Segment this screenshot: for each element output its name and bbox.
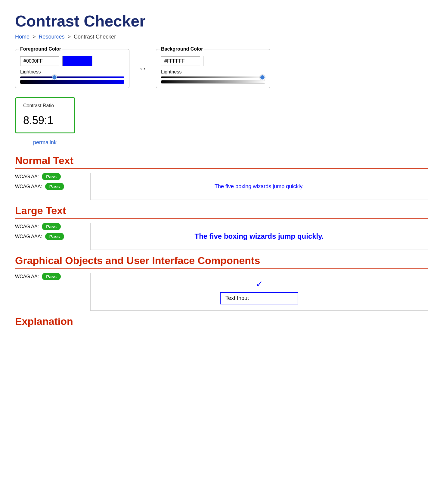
graphical-wcag-labels: WCAG AA: Pass bbox=[15, 273, 81, 280]
checkmark-icon: ✓ bbox=[256, 279, 263, 289]
background-input-row bbox=[161, 56, 265, 66]
breadcrumb-current: Contrast Checker bbox=[74, 34, 116, 40]
contrast-ratio-separator: :1 bbox=[44, 114, 53, 126]
large-wcag-aaa-label: WCAG AAA: bbox=[15, 234, 42, 239]
page-title: Contrast Checker bbox=[15, 12, 428, 30]
color-pickers-row: Foreground Color Lightness ↔ Background … bbox=[15, 49, 428, 88]
normal-text-preview-box: The five boxing wizards jump quickly. bbox=[90, 173, 428, 200]
contrast-ratio-label: Contrast Ratio bbox=[23, 103, 67, 108]
breadcrumb: Home > Resources > Contrast Checker bbox=[15, 34, 428, 40]
text-input-preview[interactable] bbox=[220, 292, 298, 304]
graphical-wcag-aa-row: WCAG AA: Pass bbox=[15, 273, 81, 280]
graphical-preview-box: ✓ bbox=[90, 273, 428, 311]
large-wcag-aaa-badge: Pass bbox=[45, 233, 64, 240]
foreground-lightness-slider[interactable] bbox=[20, 76, 124, 78]
large-wcag-aa-row: WCAG AA: Pass bbox=[15, 223, 81, 230]
background-slider-container bbox=[161, 76, 265, 84]
breadcrumb-home[interactable]: Home bbox=[15, 34, 29, 40]
large-text-wcag-row: WCAG AA: Pass WCAG AAA: Pass The five bo… bbox=[15, 223, 428, 250]
normal-text-wcag-row: WCAG AA: Pass WCAG AAA: Pass The five bo… bbox=[15, 173, 428, 200]
explanation-heading: Explanation bbox=[15, 316, 428, 327]
breadcrumb-resources[interactable]: Resources bbox=[39, 34, 65, 40]
background-lightness-slider[interactable] bbox=[161, 76, 265, 78]
foreground-color-gradient bbox=[20, 80, 124, 84]
large-text-heading: Large Text bbox=[15, 205, 428, 216]
normal-text-wcag-labels: WCAG AA: Pass WCAG AAA: Pass bbox=[15, 173, 81, 190]
normal-wcag-aa-label: WCAG AA: bbox=[15, 174, 39, 179]
background-swatch[interactable] bbox=[203, 56, 233, 66]
graphical-heading: Graphical Objects and User Interface Com… bbox=[15, 255, 428, 266]
contrast-ratio-box: Contrast Ratio 8.59:1 bbox=[15, 97, 75, 133]
foreground-color-box: Foreground Color Lightness bbox=[15, 49, 129, 88]
background-hex-input[interactable] bbox=[161, 56, 200, 66]
large-wcag-aa-label: WCAG AA: bbox=[15, 224, 39, 229]
graphical-wcag-aa-badge: Pass bbox=[42, 273, 61, 280]
normal-wcag-aa-badge: Pass bbox=[42, 173, 61, 180]
large-text-preview: The five boxing wizards jump quickly. bbox=[195, 232, 324, 241]
normal-wcag-aaa-badge: Pass bbox=[45, 183, 64, 190]
normal-text-heading: Normal Text bbox=[15, 155, 428, 166]
background-color-gradient bbox=[161, 80, 265, 84]
normal-text-divider bbox=[15, 168, 428, 169]
foreground-swatch[interactable] bbox=[62, 56, 92, 66]
normal-wcag-aaa-row: WCAG AAA: Pass bbox=[15, 183, 81, 190]
background-lightness-label: Lightness bbox=[161, 69, 265, 75]
contrast-ratio-number: 8.59 bbox=[23, 114, 44, 126]
large-wcag-aa-badge: Pass bbox=[42, 223, 61, 230]
graphical-wcag-row: WCAG AA: Pass ✓ bbox=[15, 273, 428, 311]
large-text-wcag-labels: WCAG AA: Pass WCAG AAA: Pass bbox=[15, 223, 81, 240]
large-text-divider bbox=[15, 218, 428, 219]
large-wcag-aaa-row: WCAG AAA: Pass bbox=[15, 233, 81, 240]
swap-icon[interactable]: ↔ bbox=[135, 61, 150, 76]
contrast-ratio-value: 8.59:1 bbox=[23, 110, 67, 128]
foreground-slider-container bbox=[20, 76, 124, 84]
foreground-hex-input[interactable] bbox=[20, 56, 59, 66]
foreground-lightness-label: Lightness bbox=[20, 69, 124, 75]
large-text-preview-box: The five boxing wizards jump quickly. bbox=[90, 223, 428, 250]
permalink[interactable]: permalink bbox=[33, 139, 428, 146]
normal-wcag-aa-row: WCAG AA: Pass bbox=[15, 173, 81, 180]
foreground-label: Foreground Color bbox=[19, 46, 62, 52]
graphical-divider bbox=[15, 268, 428, 269]
background-label: Background Color bbox=[160, 46, 204, 52]
foreground-input-row bbox=[20, 56, 124, 66]
background-color-box: Background Color Lightness bbox=[156, 49, 270, 88]
graphical-wcag-aa-label: WCAG AA: bbox=[15, 274, 39, 279]
normal-wcag-aaa-label: WCAG AAA: bbox=[15, 184, 42, 189]
normal-text-preview: The five boxing wizards jump quickly. bbox=[215, 183, 304, 190]
